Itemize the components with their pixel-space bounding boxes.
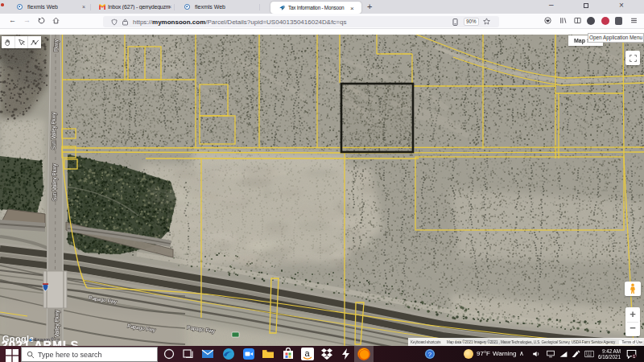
svg-text:Sun Valley Pkwy: Sun Valley Pkwy <box>51 112 57 150</box>
svg-text:?: ? <box>428 351 432 358</box>
svg-text:Pkwy: Pkwy <box>53 39 60 53</box>
svg-text:Sun Valley Pkwy: Sun Valley Pkwy <box>52 163 58 201</box>
svg-text:1: 1 <box>633 354 635 359</box>
